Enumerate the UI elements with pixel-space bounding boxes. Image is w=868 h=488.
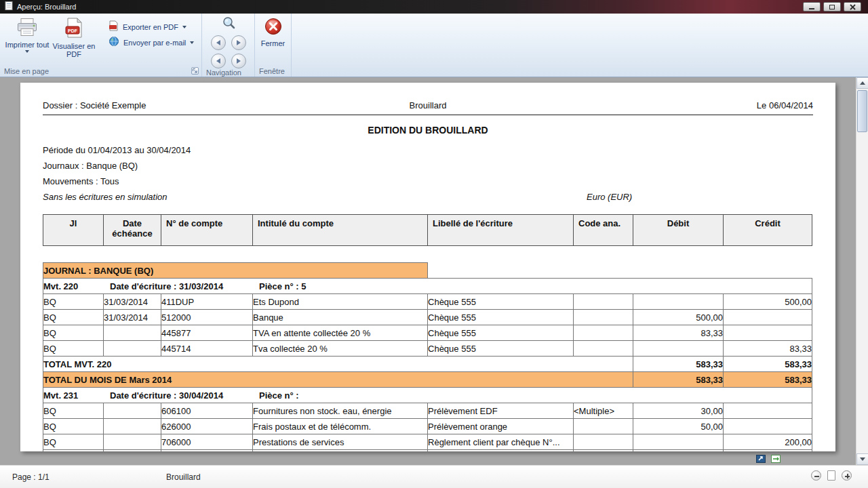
cell-credit: 83,33 — [724, 341, 812, 357]
svg-text:PDF: PDF — [68, 28, 78, 33]
view-pdf-label: Visualiser en PDF — [52, 42, 96, 58]
cell-code-ana: <Multiple> — [574, 403, 633, 419]
cell-compte: 706000 — [161, 434, 253, 450]
cell-compte: 626000 — [161, 419, 253, 434]
cell-credit: 200,00 — [724, 434, 812, 450]
document-header: Dossier : Société Exemple Brouillard Le … — [43, 83, 813, 115]
mvt-header: Mvt. 231Date d'écriture : 30/04/2014Pièc… — [43, 388, 812, 403]
cell-compte: 445877 — [161, 325, 253, 341]
zoom-level-indicator[interactable] — [827, 470, 835, 481]
cell-libelle: Règlement client par chèque N°... — [428, 434, 574, 450]
mvt-header-row: Mvt. 220Date d'écriture : 31/03/2014Pièc… — [43, 279, 812, 294]
period-line: Période du 01/04/2013 au 30/04/2014 — [43, 142, 813, 158]
cell-intitule: Banque — [253, 310, 428, 325]
scroll-up-button[interactable] — [856, 77, 868, 89]
vertical-scrollbar[interactable] — [856, 77, 868, 465]
last-page-button[interactable] — [231, 54, 246, 68]
simulation-note: Sans les écritures en simulation — [43, 192, 167, 202]
close-preview-button[interactable]: Fermer — [258, 16, 288, 47]
fit-view-controls — [755, 453, 781, 464]
dialog-launcher-button[interactable] — [191, 67, 199, 75]
view-pdf-button[interactable]: PDF Visualiser en PDF — [52, 16, 96, 58]
cell-debit — [633, 294, 724, 310]
group-label-window-text: Fenêtre — [259, 67, 285, 75]
cell-libelle: Chèque 555 — [428, 310, 574, 325]
scroll-down-icon — [860, 458, 865, 461]
zoom-magnifier-icon[interactable] — [221, 16, 236, 33]
scrollbar-thumb[interactable] — [857, 90, 867, 132]
report-date: Le 06/04/2014 — [757, 100, 813, 110]
zoom-in-button[interactable] — [842, 470, 852, 481]
group-label-navigation-text: Navigation — [206, 68, 241, 77]
send-email-dropdown-icon — [190, 41, 194, 44]
entry-row: BQ 626000 Frais postaux et de télécomm. … — [43, 419, 812, 434]
entry-row: BQ 606100 Fournitures non stock. eau, én… — [43, 403, 812, 419]
cell-jl: BQ — [43, 325, 104, 341]
cell-jl — [43, 450, 104, 452]
fit-page-button[interactable] — [770, 453, 781, 464]
cell-libelle: Chèque 555 — [428, 341, 574, 357]
mvt-piece: Pièce n° : 5 — [259, 281, 307, 291]
cell-code-ana — [574, 325, 633, 341]
close-button[interactable] — [844, 2, 861, 12]
entry-row: BQ 31/03/2014 512000 Banque Chèque 555 5… — [43, 310, 812, 325]
maximize-button[interactable] — [823, 2, 841, 12]
next-page-icon — [235, 39, 242, 46]
statusbar: Page : 1/1 Brouillard — [0, 465, 868, 488]
zoom-out-button[interactable] — [811, 470, 821, 481]
entry-row: BQ 706000 Prestations de services Règlem… — [43, 434, 812, 450]
scroll-down-button[interactable] — [856, 453, 868, 465]
cell-compte: 411DUP — [161, 294, 253, 310]
last-page-icon — [235, 58, 242, 64]
cell-code-ana — [574, 310, 633, 325]
cell-code-ana — [574, 341, 633, 357]
table-header-row: Jl Date échéance N° de compte Intitulé d… — [43, 215, 812, 246]
actual-size-button[interactable] — [755, 453, 766, 464]
cell-date — [104, 325, 161, 341]
send-email-button[interactable]: Envoyer par e-mail — [106, 36, 197, 49]
first-page-icon — [215, 39, 222, 46]
mvt-date: Date d'écriture : 31/03/2014 — [110, 281, 259, 291]
document-title: EDITION DU BROUILLARD — [43, 125, 813, 136]
minimize-button[interactable] — [803, 2, 821, 12]
document-name: Brouillard — [166, 472, 201, 482]
caption-buttons — [803, 2, 861, 12]
col-header-debit: Débit — [633, 215, 724, 246]
print-all-button[interactable]: Imprimer tout — [3, 16, 52, 53]
maximize-icon — [829, 5, 835, 9]
total-mvt-label: TOTAL MVT. 220 — [43, 357, 633, 372]
entry-row: BQ 445714 Tva collectée 20 % Chèque 555 … — [43, 341, 812, 357]
close-red-icon — [264, 18, 282, 38]
app-window: Aperçu: Brouillard — [0, 0, 868, 488]
minus-icon — [814, 476, 819, 477]
total-month-row: TOTAL DU MOIS DE Mars 2014 583,33 583,33 — [43, 372, 812, 388]
total-month-credit: 583,33 — [724, 372, 812, 388]
page-indicator: Page : 1/1 — [12, 472, 50, 482]
cell-intitule: Tva collectée 20 % — [253, 341, 428, 357]
send-email-label: Envoyer par e-mail — [123, 39, 186, 47]
export-pdf-button[interactable]: Exporter en PDF — [106, 20, 197, 34]
cell-date: 31/03/2014 — [104, 294, 161, 310]
group-label-page-setup-text: Mise en page — [4, 67, 49, 75]
report-name: Brouillard — [410, 100, 447, 110]
entry-row-partial — [43, 450, 812, 452]
previous-page-button[interactable] — [211, 54, 226, 68]
titlebar: Aperçu: Brouillard — [0, 0, 868, 14]
entry-row: BQ 445877 TVA en attente collectée 20 % … — [43, 325, 812, 341]
next-page-button[interactable] — [231, 35, 246, 50]
cell-debit: 50,00 — [633, 419, 724, 434]
group-label-navigation: Navigation — [202, 68, 254, 77]
cell-libelle — [428, 450, 574, 452]
plus-icon-v — [847, 474, 848, 479]
close-preview-label: Fermer — [261, 39, 285, 47]
total-month-debit: 583,33 — [633, 372, 724, 388]
mvt-number: Mvt. 231 — [43, 390, 110, 401]
cell-compte — [161, 450, 253, 452]
cell-date: 31/03/2014 — [104, 310, 161, 325]
preview-area[interactable]: Dossier : Société Exemple Brouillard Le … — [0, 77, 868, 465]
cell-date — [104, 450, 161, 452]
first-page-button[interactable] — [211, 35, 226, 50]
pdf-file-icon: PDF — [65, 18, 83, 41]
minimize-icon — [809, 8, 814, 9]
email-globe-icon — [108, 36, 119, 49]
